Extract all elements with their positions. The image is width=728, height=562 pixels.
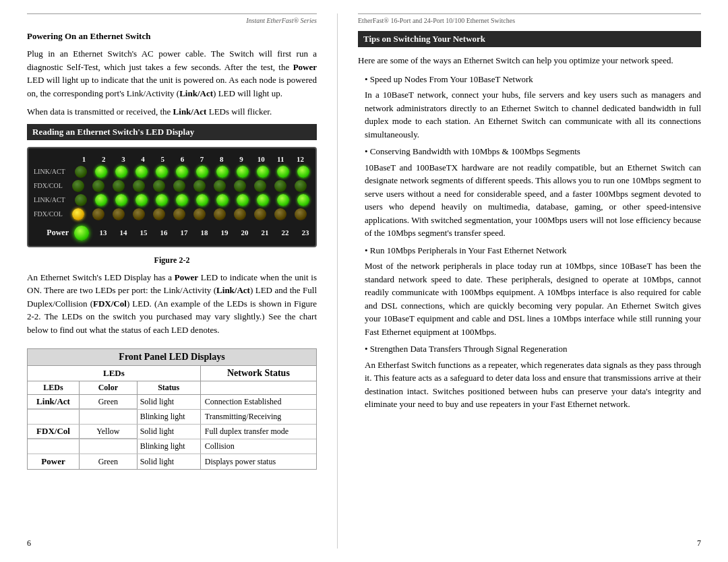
bullet-text-2: 10BaseT and 100BaseTX hardware are not r… — [365, 161, 701, 240]
sub-header-network — [201, 381, 316, 394]
table-row: Blinking light Collision — [28, 439, 316, 454]
td-status: Solid light — [138, 454, 201, 469]
led-dot — [72, 208, 84, 220]
led-row-label: FDX/COL — [34, 182, 68, 189]
led-dot — [176, 166, 188, 178]
led-dot — [156, 194, 168, 206]
led-dot — [214, 208, 226, 220]
powering-para2: When data is transmitted or received, th… — [27, 105, 317, 119]
bullet-heading-3: Run 10Mbps Peripherals in Your Fast Ethe… — [370, 245, 567, 255]
port-num: 5 — [153, 155, 173, 163]
table-sub-header: LEDs Color Status — [28, 381, 316, 395]
td-led — [28, 410, 80, 424]
led-dot — [295, 208, 307, 220]
port-num: 1 — [74, 155, 94, 163]
led-dot — [115, 194, 127, 206]
table-row: Link/Act Green Solid light Connection Es… — [28, 395, 316, 410]
left-column: Instant EtherFast® Series Powering On an… — [0, 13, 337, 549]
bullet-text-1: In a 10BaseT network, connect your hubs,… — [365, 88, 701, 141]
led-dot — [92, 180, 104, 192]
led-dot — [193, 180, 206, 192]
led-description: An Ethernet Switch's LED Display has a P… — [27, 271, 317, 337]
led-dot — [257, 166, 269, 178]
table-row: Power Green Solid light Displays power s… — [28, 454, 316, 469]
led-dot — [216, 194, 229, 206]
left-header-text: Instant EtherFast® Series — [27, 17, 317, 24]
power-dot — [74, 226, 89, 241]
port-num: 20 — [235, 228, 255, 237]
led-row-linkact-bottom: LINK/ACT — [34, 194, 310, 206]
table-row: FDX/Col Yellow Solid light Full duplex t… — [28, 425, 316, 439]
led-dot — [92, 208, 104, 220]
led-display-box: 1 2 3 4 5 6 7 8 9 10 11 12 LINK/ACT — [27, 147, 317, 247]
table-header-row: LEDs Network Status — [28, 366, 316, 381]
led-dot — [257, 194, 269, 206]
td-status: Blinking light — [138, 439, 201, 454]
bullet-heading-4: Strengthen Data Transfers Through Signal… — [370, 344, 568, 354]
port-num: 11 — [271, 155, 291, 163]
led-row-fdxcol-top: FDX/COL — [34, 180, 310, 192]
bullet-item-1: • Speed up Nodes From Your 10BaseT Netwo… — [358, 73, 701, 142]
led-row-label: LINK/ACT — [34, 168, 71, 175]
left-page-number: 6 — [27, 538, 317, 549]
sub-header-led: LEDs — [28, 381, 80, 394]
port-num: 16 — [154, 228, 174, 237]
right-header-text: EtherFast® 16-Port and 24-Port 10/100 Et… — [358, 17, 701, 24]
td-led: Power — [28, 454, 80, 469]
tips-title: Tips on Switching Your Network — [358, 31, 701, 47]
right-column: EtherFast® 16-Port and 24-Port 10/100 Et… — [337, 13, 728, 549]
led-dot — [75, 166, 87, 178]
bullet-item-3: • Run 10Mbps Peripherals in Your Fast Et… — [358, 244, 701, 339]
port-num: 7 — [192, 155, 212, 163]
td-color: Green — [80, 395, 138, 409]
led-dot — [75, 194, 87, 206]
table-network-header: Network Status — [201, 366, 316, 381]
port-num: 4 — [133, 155, 153, 163]
led-dot — [153, 208, 165, 220]
led-row-label: LINK/ACT — [34, 196, 71, 204]
led-table: Front Panel LED Displays LEDs Network St… — [27, 348, 317, 470]
led-dot — [133, 180, 145, 192]
table-title: Front Panel LED Displays — [28, 349, 316, 366]
bullet-heading-2: Conserving Bandwidth with 10Mbps & 100Mb… — [370, 146, 580, 156]
bullet-item-4: • Strengthen Data Transfers Through Sign… — [358, 342, 701, 411]
led-dot — [254, 180, 266, 192]
td-status: Blinking light — [138, 410, 201, 424]
led-dot — [133, 208, 145, 220]
td-status: Solid light — [138, 425, 201, 439]
powering-title: Powering On an Ethernet Switch — [27, 31, 317, 42]
led-dot — [277, 166, 289, 178]
port-num: 23 — [295, 228, 315, 237]
led-dot — [274, 180, 286, 192]
led-dot — [277, 194, 289, 206]
port-num: 13 — [93, 228, 113, 237]
port-num: 6 — [173, 155, 192, 163]
left-header-line — [27, 13, 317, 14]
led-dots — [68, 208, 311, 220]
right-header-line — [358, 13, 701, 14]
led-dot — [135, 194, 148, 206]
td-network: Collision — [201, 439, 316, 454]
td-color — [80, 439, 138, 454]
port-num: 14 — [113, 228, 133, 237]
table-row: Blinking light Transmitting/Receiving — [28, 410, 316, 425]
led-dot — [176, 194, 188, 206]
power-row: Power — [34, 226, 93, 241]
port-num: 9 — [231, 155, 251, 163]
port-num: 24 — [315, 228, 336, 237]
led-dot — [234, 208, 246, 220]
led-dot — [115, 166, 127, 178]
td-network: Full duplex transfer mode — [201, 425, 316, 439]
sub-header-color: Color — [80, 381, 138, 394]
port-num: 12 — [291, 155, 310, 163]
td-led: Link/Act — [28, 395, 80, 409]
led-dot — [173, 180, 185, 192]
port-num: 18 — [194, 228, 214, 237]
led-dot — [214, 180, 226, 192]
led-dot — [95, 166, 107, 178]
led-dot — [274, 208, 286, 220]
bullet-item-2: • Conserving Bandwidth with 10Mbps & 100… — [358, 145, 701, 240]
led-dot — [254, 208, 266, 220]
sub-header-status: Status — [138, 381, 201, 394]
port-num: 22 — [275, 228, 295, 237]
